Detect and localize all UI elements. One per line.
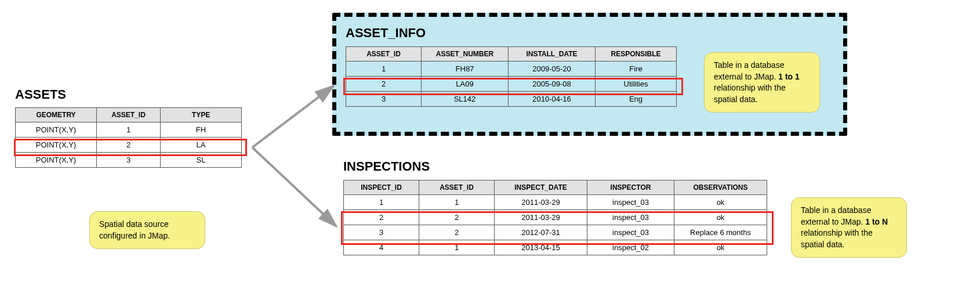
assets-col-assetid: ASSET_ID (97, 108, 161, 122)
asset-info-table: ASSET_ID ASSET_NUMBER INSTALL_DATE RESPO… (346, 46, 677, 107)
inspections-col-date: INSPECT_DATE (495, 181, 587, 195)
table-row: 1 1 2011-03-29 inspect_03 ok (344, 195, 767, 210)
inspections-table: INSPECT_ID ASSET_ID INSPECT_DATE INSPECT… (343, 180, 767, 255)
inspections-col-assetid: ASSET_ID (419, 181, 495, 195)
asset-info-col-resp: RESPONSIBLE (596, 47, 677, 62)
table-row: 1 FH87 2009-05-20 Fire (346, 62, 677, 77)
asset-info-title: ASSET_INFO (346, 26, 426, 41)
table-row: POINT(X,Y) 2 LA (16, 138, 242, 153)
asset-info-col-number: ASSET_NUMBER (422, 47, 509, 62)
assets-table: GEOMETRY ASSET_ID TYPE POINT(X,Y) 1 FH P… (15, 107, 242, 168)
table-row: 3 SL142 2010-04-16 Eng (346, 92, 677, 107)
asset-info-col-date: INSTALL_DATE (509, 47, 596, 62)
arrow-to-inspections (252, 147, 336, 226)
assets-note: Spatial data source configured in JMap. (89, 211, 205, 249)
inspections-col-obs: OBSERVATIONS (674, 181, 767, 195)
table-row: 2 2 2011-03-29 inspect_03 ok (344, 210, 767, 225)
inspections-col-inspector: INSPECTOR (587, 181, 674, 195)
assets-col-type: TYPE (161, 108, 242, 122)
table-row: 4 1 2013-04-15 inspect_02 ok (344, 240, 767, 255)
table-row: 2 LA09 2005-09-08 Utilities (346, 77, 677, 92)
asset-info-note: Table in a database external to JMap. 1 … (704, 52, 820, 113)
table-row: POINT(X,Y) 3 SL (16, 153, 242, 168)
inspections-col-id: INSPECT_ID (344, 181, 419, 195)
inspections-note: Table in a database external to JMap. 1 … (791, 197, 907, 258)
assets-title: ASSETS (15, 87, 66, 102)
inspections-title: INSPECTIONS (343, 159, 430, 174)
table-row: 3 2 2012-07-31 inspect_03 Replace 6 mont… (344, 225, 767, 240)
assets-col-geometry: GEOMETRY (16, 108, 97, 122)
table-row: POINT(X,Y) 1 FH (16, 122, 242, 138)
arrow-to-asset-info (252, 86, 333, 147)
asset-info-col-id: ASSET_ID (346, 47, 422, 62)
